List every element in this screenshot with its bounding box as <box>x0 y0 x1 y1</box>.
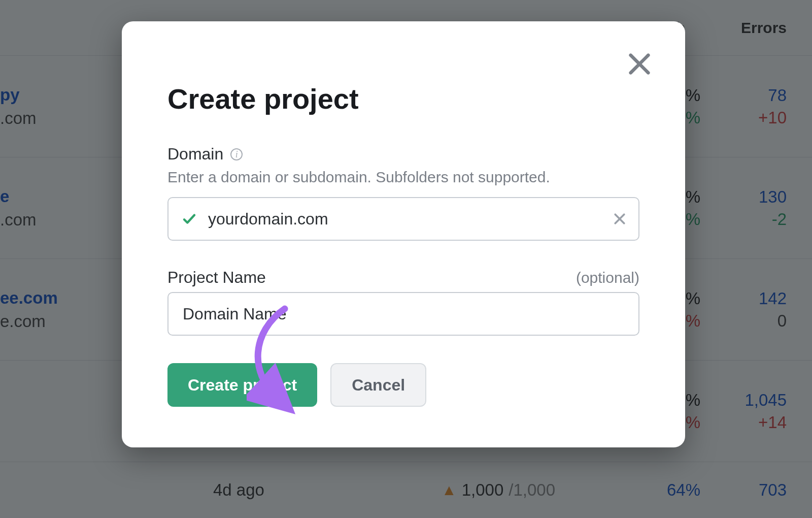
create-project-button[interactable]: Create project <box>167 363 317 407</box>
domain-label: Domain <box>167 145 223 164</box>
clear-input-button[interactable] <box>612 211 627 226</box>
domain-hint: Enter a domain or subdomain. Subfolders … <box>167 169 639 186</box>
project-name-label: Project Name <box>167 268 266 287</box>
close-button[interactable] <box>626 51 653 77</box>
modal-title: Create project <box>167 82 639 115</box>
optional-hint: (optional) <box>576 269 639 286</box>
project-name-input[interactable] <box>167 292 639 336</box>
info-icon[interactable]: i <box>230 148 243 160</box>
domain-field <box>167 197 639 241</box>
close-icon <box>626 51 653 77</box>
modal-actions: Create project Cancel <box>167 363 639 407</box>
create-project-modal: Create project Domain i Enter a domain o… <box>122 21 685 447</box>
cancel-button[interactable]: Cancel <box>330 363 426 407</box>
project-name-field <box>167 292 639 336</box>
check-icon <box>182 211 197 226</box>
domain-input[interactable] <box>167 197 639 241</box>
